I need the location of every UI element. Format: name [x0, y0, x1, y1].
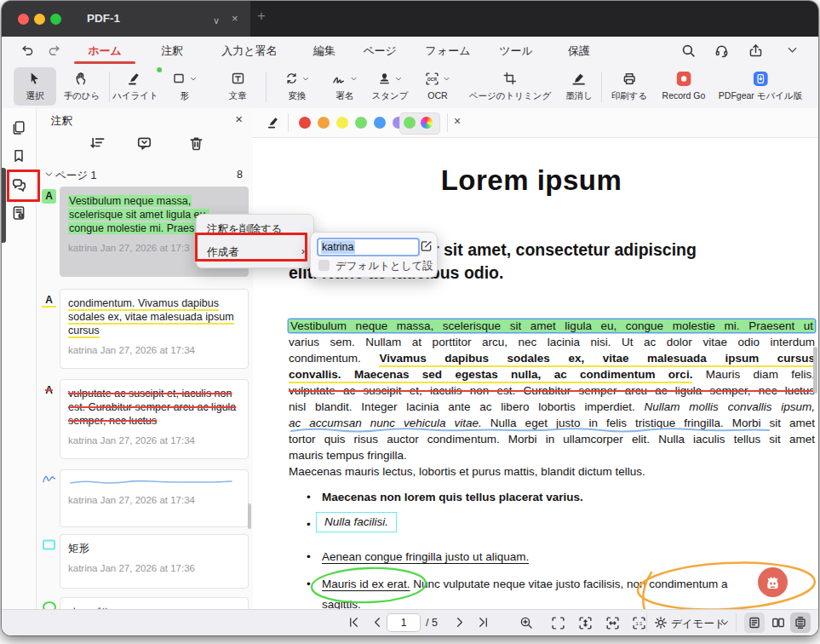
- new-tab-button[interactable]: +: [257, 9, 266, 23]
- annotation-card-ink[interactable]: katrina Jan 27, 2026 at 17:34: [60, 469, 249, 527]
- highlighter-icon: [128, 72, 142, 86]
- tab-protect[interactable]: 保護: [568, 43, 590, 59]
- panel-scrollbar[interactable]: [248, 503, 251, 529]
- sign-tool[interactable]: 署名: [332, 70, 358, 102]
- close-window-button[interactable]: [18, 14, 29, 25]
- bullet-item-3: Aenean congue fringilla justo ut aliquam…: [322, 550, 529, 563]
- edit-icon[interactable]: [420, 239, 433, 252]
- minimize-window-button[interactable]: [34, 14, 45, 25]
- annotation-card-strikeout[interactable]: vulputate ac suscipit et, iaculis non es…: [60, 379, 249, 459]
- color-swatch-blue[interactable]: [374, 117, 386, 129]
- tab-tools[interactable]: ツール: [499, 43, 533, 59]
- signatures-panel-button[interactable]: [11, 205, 26, 221]
- tab-form[interactable]: フォーム: [426, 43, 471, 59]
- ocr-tool[interactable]: OCR OCR: [425, 70, 450, 101]
- mode-chevron-icon[interactable]: [720, 618, 730, 628]
- ai-assistant-button[interactable]: [758, 567, 788, 597]
- comment-filter-icon: [136, 135, 152, 152]
- color-wheel-icon[interactable]: [421, 117, 433, 129]
- record-go-tool[interactable]: Record Go: [662, 70, 706, 101]
- view-mode-label[interactable]: デイモード: [671, 617, 725, 631]
- color-swatch-yellow[interactable]: [336, 117, 348, 129]
- last-page-button[interactable]: [477, 616, 490, 629]
- annotation-meta: katrina Jan 27, 2026 at 17:34: [68, 495, 240, 505]
- shape-icon: [173, 72, 186, 85]
- tab-annotate[interactable]: 注釈: [161, 43, 183, 59]
- hand-tool[interactable]: 手のひら: [64, 70, 100, 102]
- single-page-view-button[interactable]: [744, 612, 765, 633]
- color-swatch-red[interactable]: [299, 117, 311, 129]
- bookmarks-panel-button[interactable]: [11, 148, 26, 164]
- annotation-card-underline[interactable]: condimentum. Vivamus dapibus sodales ex,…: [60, 289, 249, 369]
- highlight-badge: A: [42, 189, 56, 204]
- default-author-label: デフォルトとして設: [335, 259, 433, 273]
- pdfgear-window: PDF-1 ∨ × + ホーム 注釈 入力と署名 編集 ページ フォーム ツール…: [2, 1, 818, 635]
- actual-size-button[interactable]: 1:1: [632, 616, 646, 630]
- underline-badge: A: [42, 293, 56, 308]
- tab-page[interactable]: ページ: [363, 43, 397, 59]
- fit-page-button[interactable]: [551, 616, 565, 630]
- search-icon[interactable]: [681, 43, 696, 58]
- current-color-dot: [157, 67, 162, 72]
- shape-tool[interactable]: 形: [173, 70, 198, 102]
- rectangle-annotation[interactable]: Nulla facilisi.: [316, 512, 397, 532]
- color-swatch-orange[interactable]: [318, 117, 330, 129]
- annotation-card-rectangle[interactable]: 矩形 katrina Jan 27, 2026 at 17:36: [60, 534, 249, 589]
- stamp-tool[interactable]: スタンプ: [372, 70, 409, 102]
- zoom-window-button[interactable]: [50, 14, 61, 25]
- fit-width-button[interactable]: [605, 616, 620, 630]
- active-tab-underline: [74, 61, 135, 64]
- share-icon[interactable]: [748, 43, 763, 58]
- prev-page-button[interactable]: [371, 616, 384, 629]
- page-section-header[interactable]: ページ 1 8: [37, 166, 253, 185]
- rectangle-badge: [42, 538, 56, 551]
- collapse-ribbon-icon[interactable]: [786, 43, 799, 56]
- thumbnails-panel-button[interactable]: [11, 120, 26, 135]
- chevron-down-icon: [350, 75, 358, 83]
- filter-comments-button[interactable]: [136, 135, 152, 152]
- tab-home[interactable]: ホーム: [88, 43, 122, 59]
- convert-tool[interactable]: 変換: [285, 70, 310, 102]
- text-tool[interactable]: 文章: [229, 70, 247, 102]
- highlight-tool[interactable]: ハイライト: [112, 70, 158, 102]
- selected-color-swatch[interactable]: [404, 117, 416, 129]
- document-scrollbar[interactable]: [813, 347, 817, 394]
- delete-annotation-button[interactable]: [188, 135, 204, 152]
- active-tab[interactable]: PDF-1 ∨ ×: [2, 1, 250, 37]
- zoom-button[interactable]: [519, 616, 533, 630]
- first-page-button[interactable]: [347, 616, 360, 629]
- print-tool[interactable]: 印刷する: [611, 70, 648, 102]
- oval-annotation-green[interactable]: [307, 565, 430, 606]
- sort-annotations-button[interactable]: [89, 135, 106, 152]
- highlighter-mode-icon[interactable]: [267, 116, 281, 129]
- close-color-toolbar-icon[interactable]: ×: [454, 114, 461, 128]
- highlighted-selected-text[interactable]: Vestibulum neque massa, scelerisque sit …: [289, 319, 815, 332]
- oval-annotation-orange[interactable]: [633, 557, 818, 615]
- redo-button[interactable]: [48, 43, 61, 57]
- support-icon[interactable]: [714, 43, 729, 58]
- crop-pages-tool[interactable]: ページのトリミング: [469, 70, 551, 102]
- page-number-input[interactable]: 1: [387, 613, 421, 632]
- cursor-icon: [28, 72, 43, 86]
- annotation-meta: katrina Jan 27, 2026 at 17:34: [68, 345, 240, 355]
- undo-button[interactable]: [20, 43, 34, 57]
- ink-underline-annotation[interactable]: [289, 427, 815, 434]
- mobile-app-tool[interactable]: PDFgear モバイル版: [719, 70, 802, 102]
- select-tool[interactable]: 選択: [26, 70, 44, 102]
- default-author-checkbox[interactable]: [318, 260, 330, 271]
- color-swatch-green[interactable]: [355, 117, 367, 129]
- convert-icon: [285, 72, 299, 85]
- continuous-view-button[interactable]: [790, 612, 811, 633]
- fit-height-button[interactable]: [578, 616, 593, 630]
- day-mode-icon[interactable]: [654, 616, 668, 630]
- two-page-view-button[interactable]: [768, 612, 788, 633]
- tab-fill-sign[interactable]: 入力と署名: [221, 43, 277, 59]
- next-page-button[interactable]: [453, 616, 466, 629]
- redact-tool[interactable]: 墨消し: [565, 70, 593, 102]
- tab-close-icon[interactable]: ×: [232, 12, 238, 26]
- tab-chevron-icon[interactable]: ∨: [213, 14, 220, 27]
- tab-edit[interactable]: 編集: [313, 43, 335, 59]
- panel-close-icon[interactable]: ×: [235, 112, 243, 126]
- author-input[interactable]: katrina: [317, 238, 420, 256]
- doc-paragraph-2: Maecenas mauris lectus, lobortis et puru…: [289, 465, 645, 478]
